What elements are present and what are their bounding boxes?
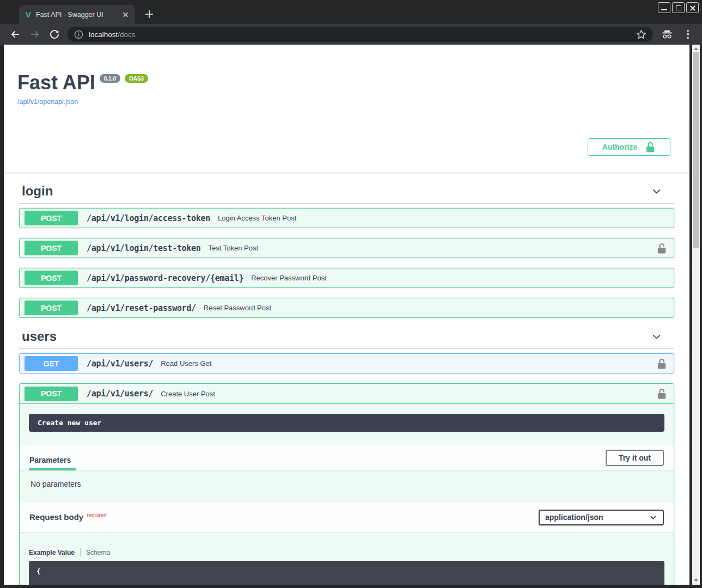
browser-window: V Fast API - Swagger UI <box>0 0 702 588</box>
window-controls <box>658 2 699 13</box>
endpoint-path: /api/v1/password-recovery/{email} <box>87 273 243 283</box>
endpoint-path: /api/v1/login/test-token <box>87 243 201 253</box>
endpoint-summary: Create User Post <box>161 390 656 398</box>
auth-lock-icon[interactable] <box>656 243 667 254</box>
endpoint-summary: Test Token Post <box>209 244 656 252</box>
endpoint-row-create-user[interactable]: POST /api/v1/users/ Create User Post <box>20 384 674 404</box>
browser-tab[interactable]: V Fast API - Swagger UI <box>19 5 135 24</box>
swagger-page: Fast API 0.1.0 OAS3 /api/v1/openapi.json… <box>4 45 689 585</box>
method-badge: POST <box>25 271 78 285</box>
request-body-label: Request body <box>29 512 83 522</box>
endpoint-row-login-access-token[interactable]: POST /api/v1/login/access-token Login Ac… <box>19 208 674 228</box>
opblock-create-user: POST /api/v1/users/ Create User Post Cre… <box>19 383 674 585</box>
endpoint-path: /api/v1/users/ <box>87 359 153 369</box>
try-it-out-button[interactable]: Try it out <box>606 450 664 466</box>
bookmark-star-icon[interactable] <box>636 29 646 40</box>
openapi-spec-link[interactable]: /api/v1/openapi.json <box>17 98 78 106</box>
oas3-badge: OAS3 <box>125 74 148 83</box>
tab-close-icon[interactable] <box>121 10 131 20</box>
method-badge: POST <box>25 241 78 255</box>
method-badge: POST <box>25 387 78 401</box>
example-code-block[interactable]: { <box>29 561 664 585</box>
viewport: Fast API 0.1.0 OAS3 /api/v1/openapi.json… <box>0 45 702 588</box>
endpoint-path: /api/v1/reset-password/ <box>87 303 196 313</box>
endpoint-row-login-test-token[interactable]: POST /api/v1/login/test-token Test Token… <box>19 238 674 258</box>
forward-button[interactable] <box>28 28 41 41</box>
authorize-button[interactable]: Authorize <box>588 138 670 156</box>
endpoint-row-password-recovery[interactable]: POST /api/v1/password-recovery/{email} R… <box>19 268 674 288</box>
scrollbar-thumb[interactable] <box>693 52 699 248</box>
auth-lock-icon[interactable] <box>656 388 667 399</box>
tab-title: Fast API - Swagger UI <box>36 11 121 19</box>
no-parameters-text: No parameters <box>20 470 674 503</box>
model-example-tabs: Example Value Schema <box>20 532 674 561</box>
endpoint-summary: Login Access Token Post <box>218 214 667 222</box>
window-close-button[interactable] <box>686 2 699 13</box>
section-login-header[interactable]: login <box>19 173 674 204</box>
auth-lock-icon[interactable] <box>656 358 667 369</box>
chevron-down-icon <box>649 513 657 522</box>
chevron-down-icon[interactable] <box>651 331 662 342</box>
page-info-icon[interactable] <box>74 30 83 39</box>
unlock-icon <box>645 142 656 152</box>
endpoint-row-read-users[interactable]: GET /api/v1/users/ Read Users Get <box>19 353 674 373</box>
url-host: localhost <box>89 30 118 39</box>
method-badge: GET <box>25 356 78 371</box>
window-minimize-button[interactable] <box>658 2 670 13</box>
scheme-container: Authorize <box>5 121 688 173</box>
api-info: Fast API 0.1.0 OAS3 /api/v1/openapi.json <box>4 45 689 106</box>
browser-toolbar: localhost/docs <box>0 24 702 45</box>
parameters-title: Parameters <box>29 456 71 464</box>
tab-example-value[interactable]: Example Value <box>29 549 75 556</box>
media-type-value: application/json <box>545 513 603 522</box>
method-badge: POST <box>25 211 78 225</box>
endpoint-path: /api/v1/login/access-token <box>87 213 210 223</box>
endpoint-path: /api/v1/users/ <box>87 389 153 399</box>
authorize-label: Authorize <box>602 143 638 151</box>
version-badge: 0.1.0 <box>100 74 120 83</box>
endpoint-summary: Reset Password Post <box>204 304 667 312</box>
chevron-down-icon[interactable] <box>651 186 662 197</box>
window-maximize-button[interactable] <box>672 2 685 13</box>
endpoint-row-reset-password[interactable]: POST /api/v1/reset-password/ Reset Passw… <box>19 298 674 318</box>
required-flag: required <box>87 512 107 518</box>
url-path: /docs <box>118 30 135 39</box>
endpoint-summary: Read Users Get <box>161 359 656 367</box>
section-title: login <box>22 183 53 199</box>
incognito-icon <box>661 28 674 41</box>
scroll-down-icon[interactable] <box>694 579 698 582</box>
address-bar[interactable]: localhost/docs <box>68 27 653 42</box>
operation-description: Create new user <box>29 414 664 432</box>
browser-menu-icon[interactable] <box>681 28 694 41</box>
back-button[interactable] <box>9 28 22 41</box>
request-body-header: Request bodyrequired application/json <box>20 503 674 532</box>
section-title: users <box>22 329 57 344</box>
titlebar: V Fast API - Swagger UI <box>0 0 702 24</box>
parameters-header: Parameters Try it out <box>20 445 674 470</box>
active-tab-underline <box>29 468 76 470</box>
reload-button[interactable] <box>48 28 61 41</box>
scroll-up-icon[interactable] <box>694 47 698 50</box>
tab-divider <box>80 548 81 556</box>
page-title: Fast API <box>17 73 95 93</box>
media-type-select[interactable]: application/json <box>539 510 664 525</box>
endpoint-summary: Recover Password Post <box>251 274 667 282</box>
section-users-header[interactable]: users <box>19 318 674 349</box>
new-tab-button[interactable] <box>143 8 156 21</box>
method-badge: POST <box>25 301 78 315</box>
fastapi-favicon-icon: V <box>26 10 31 19</box>
tab-schema[interactable]: Schema <box>86 549 110 556</box>
scrollbar[interactable] <box>692 45 700 585</box>
